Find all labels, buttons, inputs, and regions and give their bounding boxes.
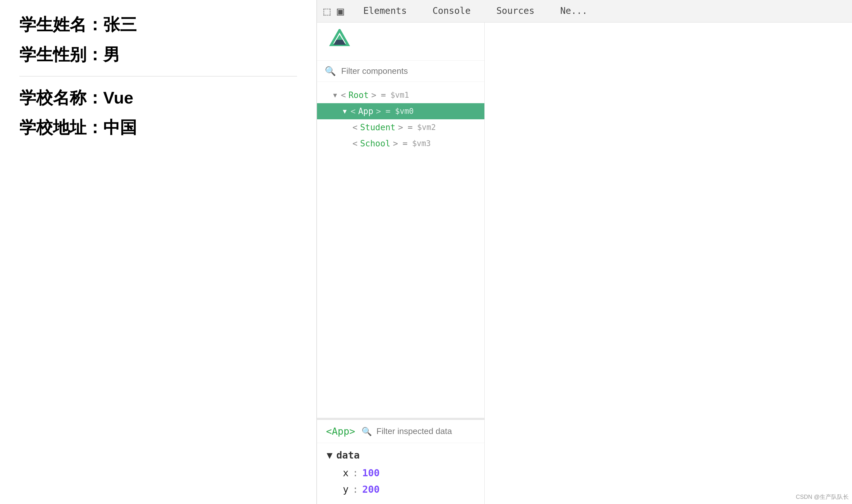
- filter-inspected-input[interactable]: [376, 426, 481, 436]
- main-content: 学生姓名：张三 学生性别：男 学校名称：Vue 学校地址：中国: [0, 0, 317, 504]
- student-gender-line: 学生性别：男: [19, 43, 297, 67]
- tree-item-student[interactable]: <Student> = $vm2: [317, 119, 484, 136]
- filter-components-input[interactable]: [341, 66, 477, 76]
- tab-sources[interactable]: Sources: [490, 0, 541, 22]
- inspector-filter: 🔍: [362, 426, 481, 436]
- devtools-icon-group: ⬚ ▣: [324, 4, 344, 18]
- school-address-line: 学校地址：中国: [19, 116, 297, 139]
- student-name-line: 学生姓名：张三: [19, 13, 297, 36]
- student-name-label: 学生姓名：: [19, 15, 103, 34]
- inspect-search-icon: 🔍: [362, 427, 372, 436]
- devtools-toolbar: ⬚ ▣ Elements Console Sources Ne...: [317, 0, 852, 22]
- school-address-label: 学校地址：: [19, 118, 103, 137]
- tab-elements[interactable]: Elements: [357, 0, 413, 22]
- tab-console[interactable]: Console: [426, 0, 477, 22]
- tab-network[interactable]: Ne...: [554, 0, 594, 22]
- school-name-line: 学校名称：Vue: [19, 86, 297, 110]
- section-divider: [19, 76, 297, 76]
- watermark: CSDN @生产队队长: [796, 493, 849, 501]
- search-icon: 🔍: [325, 66, 336, 76]
- vue-logo-bar: [317, 22, 484, 60]
- vue-logo-icon: [327, 29, 352, 52]
- expand-icon-app: ▼: [343, 107, 347, 115]
- student-gender-label: 学生性别：: [19, 45, 103, 64]
- device-toggle-icon[interactable]: ▣: [337, 4, 344, 18]
- student-name-value: 张三: [103, 15, 137, 34]
- inspector-header: <App> 🔍: [317, 420, 484, 443]
- data-value-x: 100: [362, 467, 380, 479]
- data-value-y: 200: [362, 484, 380, 495]
- tree-item-root[interactable]: ▼ <Root> = $vm1: [317, 87, 484, 103]
- school-name-label: 学校名称：: [19, 88, 103, 107]
- inspector-component-name: <App>: [326, 426, 355, 437]
- data-section-label: data: [336, 450, 360, 461]
- filter-bar: 🔍: [317, 60, 484, 82]
- data-row-y: y : 200: [327, 481, 475, 498]
- devtools-body: 🔍 ▼ <Root> = $vm1 ▼ <App> = $vm0: [317, 22, 852, 504]
- data-key-y: y: [343, 484, 349, 495]
- data-expand-icon: ▼: [327, 450, 332, 461]
- data-key-x: x: [343, 467, 349, 479]
- data-row-x: x : 100: [327, 465, 475, 481]
- data-section: ▼ data x : 100 y : 200: [317, 443, 484, 504]
- tree-container: ▼ <Root> = $vm1 ▼ <App> = $vm0 <Student>…: [317, 82, 484, 418]
- school-name-value: Vue: [103, 88, 133, 107]
- school-address-value: 中国: [103, 118, 137, 137]
- tree-item-app[interactable]: ▼ <App> = $vm0: [317, 103, 484, 119]
- element-selector-icon[interactable]: ⬚: [324, 4, 330, 18]
- student-gender-value: 男: [103, 45, 120, 64]
- expand-icon-root: ▼: [333, 91, 337, 99]
- data-toggle[interactable]: ▼ data: [327, 450, 475, 461]
- component-tree: 🔍 ▼ <Root> = $vm1 ▼ <App> = $vm0: [317, 22, 485, 504]
- devtools-panel: ⬚ ▣ Elements Console Sources Ne... 🔍: [317, 0, 852, 504]
- tree-item-school[interactable]: <School> = $vm3: [317, 136, 484, 151]
